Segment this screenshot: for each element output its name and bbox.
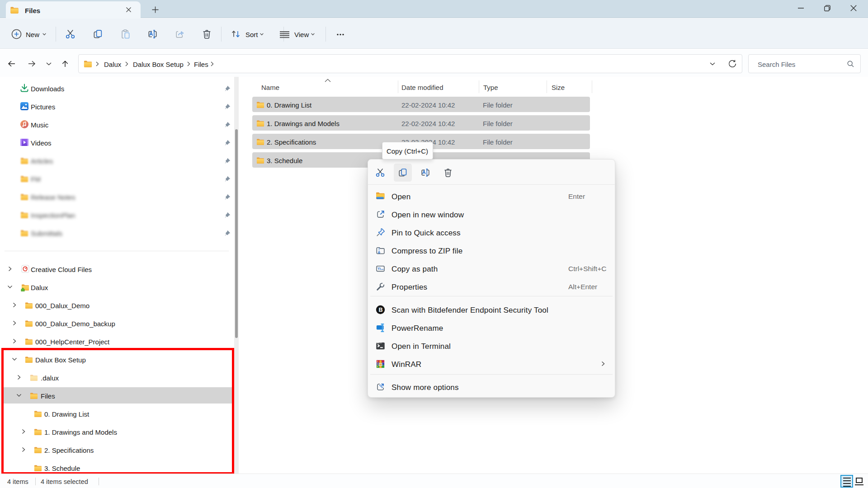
svg-text:B: B [379, 307, 383, 313]
